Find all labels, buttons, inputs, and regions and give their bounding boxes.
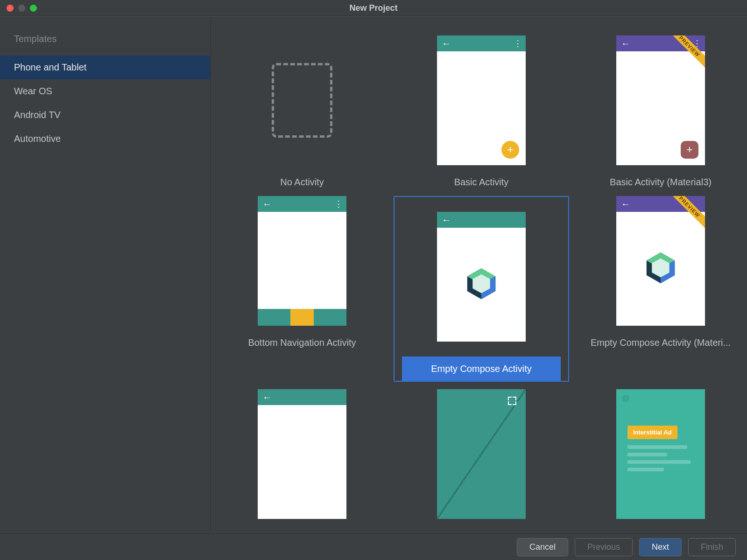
- back-arrow-icon: ←: [442, 215, 451, 225]
- template-no-activity[interactable]: No Activity: [215, 35, 389, 189]
- bottom-nav-bar-icon: [258, 309, 346, 326]
- dashed-square-icon: [272, 63, 332, 138]
- template-empty-compose-m3[interactable]: ← PREVIEW Empty Compose Activity (Materi…: [574, 196, 747, 382]
- sidebar-item-phone-tablet[interactable]: Phone and Tablet: [0, 56, 210, 79]
- back-arrow-icon: ←: [262, 392, 272, 403]
- template-row3-1[interactable]: ←: [215, 389, 389, 530]
- fab-add-icon: +: [681, 141, 698, 159]
- close-window-icon[interactable]: [7, 5, 14, 12]
- dot-icon: [622, 395, 629, 402]
- template-row3-fullscreen[interactable]: ←: [395, 389, 568, 530]
- minimize-window-icon[interactable]: [18, 5, 25, 12]
- template-row3-ad[interactable]: Interstitial Ad: [574, 389, 747, 530]
- template-basic-activity-m3[interactable]: ←⋮ PREVIEW + Basic Activity (Material3): [574, 35, 747, 189]
- previous-button[interactable]: Previous: [575, 538, 633, 556]
- sidebar-item-automotive[interactable]: Automotive: [0, 127, 210, 151]
- compose-logo-icon: [644, 251, 677, 285]
- overflow-menu-icon: ⋮: [334, 199, 342, 209]
- compose-logo-icon: [465, 267, 498, 301]
- sidebar-item-android-tv[interactable]: Android TV: [0, 103, 210, 127]
- template-bottom-navigation[interactable]: ←⋮ Bottom Navigation Activity: [215, 196, 389, 382]
- fullscreen-icon: [513, 393, 521, 401]
- back-arrow-icon: ←: [442, 38, 451, 49]
- sidebar: Templates Phone and Tablet Wear OS Andro…: [0, 17, 211, 530]
- template-gallery: No Activity ←⋮ + Basic Activity ←⋮ PREVI…: [211, 17, 747, 530]
- maximize-window-icon[interactable]: [30, 5, 37, 12]
- back-arrow-icon: ←: [621, 38, 630, 49]
- template-empty-compose[interactable]: ← Empty Compose Activity: [394, 196, 569, 382]
- next-button[interactable]: Next: [639, 538, 682, 556]
- titlebar: New Project: [0, 0, 747, 16]
- finish-button[interactable]: Finish: [688, 538, 736, 556]
- cancel-button[interactable]: Cancel: [517, 538, 568, 556]
- placeholder-lines-icon: [627, 445, 694, 475]
- back-arrow-icon: ←: [621, 199, 630, 210]
- ad-badge: Interstitial Ad: [627, 426, 677, 439]
- overflow-menu-icon: ⋮: [514, 38, 521, 49]
- window-controls: [7, 5, 37, 12]
- fab-add-icon: +: [501, 141, 519, 159]
- sidebar-heading: Templates: [0, 29, 210, 56]
- wizard-buttons: Cancel Previous Next Finish: [0, 533, 747, 560]
- sidebar-item-wear-os[interactable]: Wear OS: [0, 79, 210, 103]
- template-basic-activity[interactable]: ←⋮ + Basic Activity: [395, 35, 568, 189]
- window-title: New Project: [349, 3, 397, 13]
- back-arrow-icon: ←: [262, 199, 272, 210]
